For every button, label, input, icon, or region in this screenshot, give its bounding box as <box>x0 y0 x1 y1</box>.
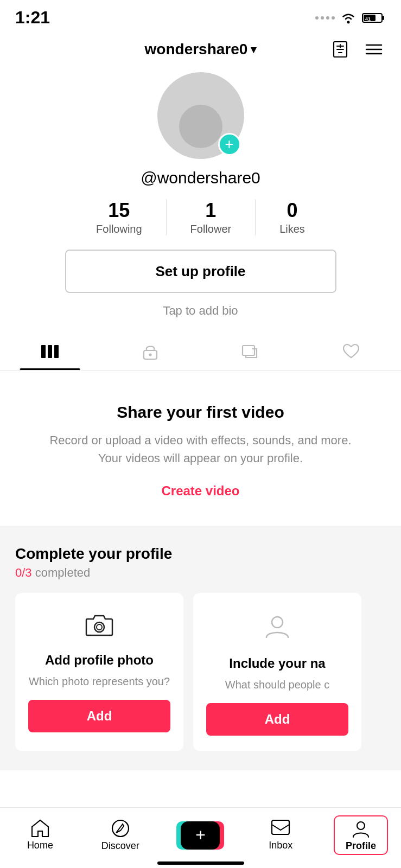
card-photo-add-button[interactable]: Add <box>28 700 170 732</box>
content-tabs <box>0 333 401 371</box>
profile-handle: @wondershare0 <box>141 169 260 187</box>
likes-label: Likes <box>279 223 305 235</box>
chevron-down-icon: ▾ <box>251 43 256 56</box>
bookmark-icon <box>332 41 349 58</box>
profile-card-name: Include your na What should people c Add <box>193 593 361 751</box>
svg-rect-2 <box>382 16 384 20</box>
wifi-icon <box>340 12 357 24</box>
header-username: wondershare0 <box>145 41 248 58</box>
camera-icon <box>85 612 113 643</box>
person-icon <box>263 612 291 646</box>
likes-stat[interactable]: 0 Likes <box>256 199 329 235</box>
menu-button[interactable] <box>362 37 386 61</box>
battery-icon: 41 <box>362 12 386 24</box>
repost-icon <box>241 343 260 360</box>
lock-icon <box>143 343 158 360</box>
menu-icon <box>365 43 383 56</box>
svg-rect-9 <box>41 345 46 358</box>
following-count: 15 <box>108 199 130 222</box>
svg-point-19 <box>112 820 129 837</box>
followers-count: 1 <box>205 199 216 222</box>
svg-rect-20 <box>272 820 289 834</box>
svg-point-0 <box>347 21 350 23</box>
grid-icon <box>40 344 60 359</box>
nav-item-discover[interactable]: Discover <box>93 819 148 852</box>
status-time: 1:21 <box>15 8 50 28</box>
setup-profile-button[interactable]: Set up profile <box>65 250 336 293</box>
card-name-title: Include your na <box>229 656 325 671</box>
status-bar: 1:21 41 <box>0 0 401 32</box>
create-video-button[interactable]: Create video <box>161 483 239 499</box>
complete-profile-progress: 0/3 completed <box>15 566 386 580</box>
card-photo-desc: Which photo represents you? <box>29 675 170 688</box>
signal-icon <box>315 16 335 20</box>
discover-icon <box>111 819 130 838</box>
bookmark-button[interactable] <box>328 37 352 61</box>
tab-liked[interactable] <box>301 333 401 370</box>
svg-point-17 <box>97 624 102 630</box>
nav-item-home[interactable]: Home <box>13 819 67 851</box>
inbox-icon <box>271 819 290 838</box>
progress-text: completed <box>35 566 91 579</box>
nav-item-create[interactable]: + <box>173 821 227 850</box>
progress-done: 0/3 <box>15 566 32 579</box>
stats-row: 15 Following 1 Follower 0 Likes <box>72 199 329 235</box>
nav-discover-label: Discover <box>101 840 139 852</box>
nav-inbox-label: Inbox <box>269 840 292 851</box>
card-photo-add-label: Add <box>87 709 112 724</box>
nav-home-label: Home <box>27 840 53 851</box>
following-label: Following <box>96 223 142 235</box>
tab-private[interactable] <box>100 333 201 370</box>
profile-section: + @wondershare0 15 Following 1 Follower … <box>0 67 401 333</box>
create-plus-icon: + <box>195 825 206 845</box>
home-indicator <box>157 861 244 865</box>
following-stat[interactable]: 15 Following <box>72 199 166 235</box>
svg-point-16 <box>94 622 104 632</box>
setup-profile-label: Set up profile <box>155 263 245 280</box>
video-section: Share your first video Record or upload … <box>0 371 401 526</box>
create-button[interactable]: + <box>181 821 220 850</box>
nav-item-profile[interactable]: Profile <box>334 815 388 855</box>
complete-profile-section: Complete your profile 0/3 completed Add … <box>0 526 401 770</box>
card-name-add-button[interactable]: Add <box>206 703 348 736</box>
header: wondershare0 ▾ <box>0 32 401 67</box>
tab-videos[interactable] <box>0 333 100 370</box>
svg-rect-11 <box>54 345 59 358</box>
followers-stat[interactable]: 1 Follower <box>167 199 256 235</box>
svg-point-13 <box>149 354 152 356</box>
video-section-desc: Record or upload a video with effects, s… <box>49 431 353 467</box>
likes-count: 0 <box>287 199 298 222</box>
complete-profile-title: Complete your profile <box>15 545 386 563</box>
avatar-placeholder <box>179 105 222 148</box>
profile-nav-icon <box>351 819 371 838</box>
profile-cards-row: Add profile photo Which photo represents… <box>15 593 386 751</box>
home-icon <box>30 819 50 838</box>
followers-label: Follower <box>190 223 232 235</box>
nav-profile-label: Profile <box>346 840 376 852</box>
card-name-add-label: Add <box>265 712 290 727</box>
svg-text:41: 41 <box>365 16 371 21</box>
avatar-add-button[interactable]: + <box>218 133 241 156</box>
video-section-title: Share your first video <box>117 403 284 422</box>
plus-icon: + <box>225 137 233 152</box>
bio-hint[interactable]: Tap to add bio <box>163 304 238 318</box>
svg-point-21 <box>357 822 365 829</box>
card-photo-title: Add profile photo <box>45 653 154 668</box>
svg-point-18 <box>272 617 283 628</box>
status-icons: 41 <box>315 12 386 24</box>
header-icons <box>328 37 386 61</box>
profile-card-photo: Add profile photo Which photo represents… <box>15 593 183 751</box>
svg-rect-10 <box>48 345 52 358</box>
card-name-desc: What should people c <box>225 679 329 691</box>
header-title[interactable]: wondershare0 ▾ <box>145 41 257 58</box>
tab-reposts[interactable] <box>201 333 301 370</box>
nav-item-inbox[interactable]: Inbox <box>253 819 308 851</box>
avatar-container: + <box>157 72 244 159</box>
svg-rect-14 <box>243 346 254 355</box>
bottom-nav: Home Discover + Inbox Profile <box>0 807 401 868</box>
heart-icon <box>342 343 360 360</box>
